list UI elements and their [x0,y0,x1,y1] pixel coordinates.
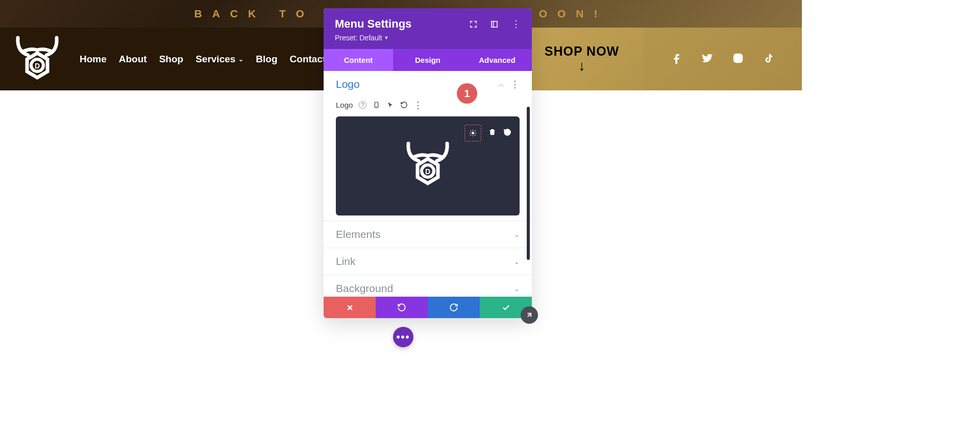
image-settings-button[interactable] [464,125,481,141]
chevron-down-icon[interactable]: ⌄ [514,258,520,266]
triangle-down-icon: ▼ [384,35,389,40]
annotation-badge-1: 1 [457,83,477,104]
undo-button[interactable] [376,297,428,318]
wireframe-icon[interactable] [491,20,498,28]
svg-point-4 [740,55,741,56]
scrollbar[interactable] [527,107,530,260]
section-more-icon[interactable] [510,79,520,90]
svg-text:D: D [425,167,430,176]
logo-field-label: Logo [336,101,353,109]
section-logo-header[interactable]: Logo ︿ [336,71,520,98]
site-logo[interactable]: D [9,34,65,85]
section-title: Link [336,255,356,268]
tab-design[interactable]: Design [393,49,462,71]
delete-image-icon[interactable] [488,128,496,138]
menu-settings-modal: Menu Settings Preset: Default ▼ Content … [324,8,532,318]
chevron-down-icon[interactable]: ⌄ [514,285,520,293]
nav-item-contact[interactable]: Contact [290,54,326,65]
arrow-down-icon: ↓ [578,58,585,74]
field-more-icon[interactable] [414,101,422,109]
chevron-up-icon[interactable]: ︿ [498,80,504,89]
more-icon[interactable] [511,18,521,30]
twitter-icon[interactable] [702,53,713,66]
modal-tabs: Content Design Advanced [324,49,532,71]
section-title: Background [336,282,393,295]
logo-image-well[interactable]: D [336,116,520,215]
section-title: Logo [336,78,360,90]
tiktok-icon[interactable] [763,53,774,66]
tab-advanced[interactable]: Advanced [462,49,532,71]
section-logo: Logo ︿ Logo ? [324,71,532,215]
section-title: Elements [336,228,381,240]
nav-item-blog[interactable]: Blog [256,54,277,65]
hover-icon[interactable] [386,101,394,109]
modal-title: Menu Settings [335,17,411,31]
section-link-header[interactable]: Link ⌄ [336,248,520,275]
section-link: Link ⌄ [324,248,532,275]
preset-selector[interactable]: Preset: Default ▼ [335,34,521,42]
shop-now-cta[interactable]: SHOP NOW ↓ [521,28,643,90]
resize-handle[interactable] [521,306,538,324]
primary-menu: Home About Shop Services⌄ Blog Contact [80,54,326,65]
logo-field-row: Logo ? [336,98,520,116]
svg-point-3 [736,56,740,60]
reset-image-icon[interactable] [503,128,511,138]
section-background: Background ⌄ [324,275,532,297]
expand-icon[interactable] [470,20,477,28]
modal-footer [324,297,532,318]
cancel-button[interactable] [324,297,376,318]
modal-body: Logo ︿ Logo ? [324,71,532,297]
chevron-down-icon: ⌄ [238,56,243,63]
nav-item-services[interactable]: Services⌄ [195,54,243,65]
nav-item-about[interactable]: About [119,54,147,65]
responsive-icon[interactable] [373,101,380,109]
nav-item-shop[interactable]: Shop [159,54,184,65]
svg-rect-5 [492,21,497,27]
redo-button[interactable] [428,297,480,318]
tab-content[interactable]: Content [324,49,393,71]
logo-preview: D [402,139,453,193]
section-background-header[interactable]: Background ⌄ [336,275,520,297]
instagram-icon[interactable] [732,53,744,66]
nav-item-home[interactable]: Home [80,54,107,65]
shop-now-label: SHOP NOW [545,44,619,59]
preset-label: Preset: Default [335,34,382,42]
svg-text:D: D [35,62,40,70]
facebook-icon[interactable] [671,53,682,66]
reset-icon[interactable] [400,101,408,109]
modal-header: Menu Settings Preset: Default ▼ [324,8,532,49]
builder-fab[interactable]: ••• [393,327,413,347]
chevron-down-icon[interactable]: ⌄ [514,231,520,238]
section-elements-header[interactable]: Elements ⌄ [336,221,520,248]
svg-point-9 [472,132,474,134]
social-links [643,28,802,90]
help-icon[interactable]: ? [359,101,366,109]
section-elements: Elements ⌄ [324,221,532,248]
